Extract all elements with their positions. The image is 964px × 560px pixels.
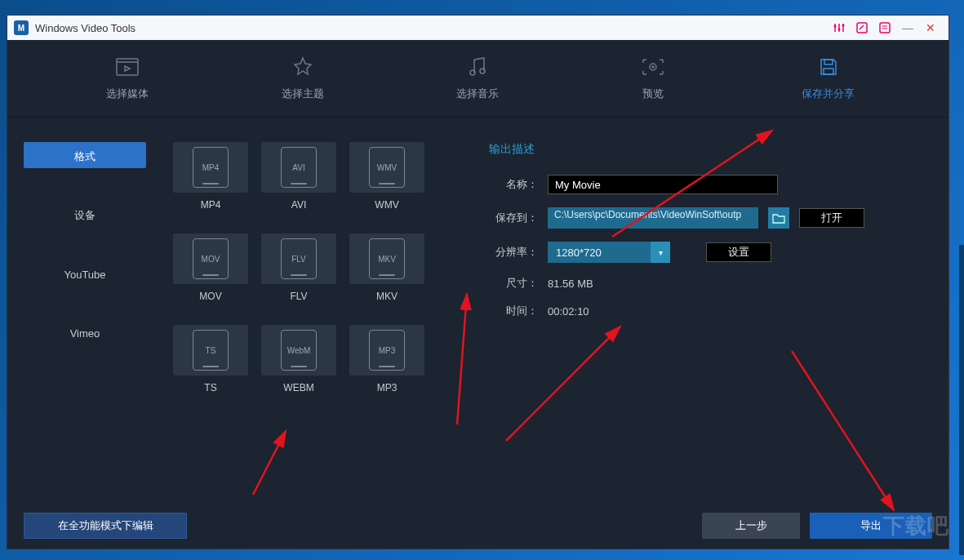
output-panel: 输出描述 名称： 保存到： C:\Users\pc\Documents\Vide… bbox=[473, 142, 932, 495]
sidebar-format[interactable]: 格式 bbox=[24, 142, 146, 168]
step-preview[interactable]: 预览 bbox=[604, 56, 702, 101]
sidebar-device[interactable]: 设备 bbox=[24, 201, 146, 227]
close-button[interactable]: ✕ bbox=[919, 18, 942, 38]
chevron-down-icon: ▾ bbox=[651, 242, 670, 263]
size-value: 81.56 MB bbox=[548, 278, 593, 290]
app-window: M Windows Video Tools — ✕ 选择媒体 选择主题 选择音乐 bbox=[7, 15, 949, 549]
sidebar-youtube[interactable]: YouTube bbox=[24, 260, 146, 286]
titlebar: M Windows Video Tools — ✕ bbox=[7, 16, 948, 40]
folder-icon[interactable] bbox=[768, 207, 789, 229]
saveto-label: 保存到： bbox=[489, 211, 538, 225]
step-save[interactable]: 保存并分享 bbox=[780, 56, 877, 101]
format-wmv[interactable]: WMVWMV bbox=[347, 142, 427, 211]
settings-button[interactable]: 设置 bbox=[706, 242, 771, 262]
theme-icon bbox=[291, 56, 314, 78]
format-flv[interactable]: FLVFLV bbox=[259, 233, 339, 302]
step-music[interactable]: 选择音乐 bbox=[429, 56, 526, 101]
svg-rect-4 bbox=[880, 23, 890, 33]
minimize-button[interactable]: — bbox=[896, 18, 919, 38]
step-theme[interactable]: 选择主题 bbox=[254, 56, 352, 101]
resolution-label: 分辨率： bbox=[489, 245, 538, 260]
step-media[interactable]: 选择媒体 bbox=[78, 56, 176, 101]
prev-step-button[interactable]: 上一步 bbox=[702, 513, 800, 539]
svg-point-10 bbox=[650, 64, 656, 70]
format-mp3[interactable]: MP3MP3 bbox=[347, 325, 427, 393]
name-input[interactable] bbox=[548, 175, 778, 194]
step-nav: 选择媒体 选择主题 选择音乐 预览 保存并分享 bbox=[7, 40, 948, 118]
svg-point-1 bbox=[838, 29, 841, 31]
name-label: 名称： bbox=[489, 177, 538, 192]
media-icon bbox=[116, 56, 139, 78]
desktop-edge bbox=[959, 245, 964, 555]
menu-icon[interactable] bbox=[873, 18, 896, 38]
format-mp4[interactable]: MP4MP4 bbox=[171, 142, 251, 211]
sidebar-vimeo[interactable]: Vimeo bbox=[24, 318, 146, 344]
svg-point-2 bbox=[842, 24, 845, 27]
time-value: 00:02:10 bbox=[548, 305, 589, 318]
edit-fullmode-button[interactable]: 在全功能模式下编辑 bbox=[24, 513, 187, 539]
edit-icon[interactable] bbox=[851, 18, 873, 38]
app-logo-icon: M bbox=[14, 20, 29, 35]
app-title: Windows Video Tools bbox=[35, 22, 135, 34]
saveto-path[interactable]: C:\Users\pc\Documents\VideoWinSoft\outp bbox=[548, 207, 758, 229]
open-button[interactable]: 打开 bbox=[799, 208, 864, 228]
format-ts[interactable]: TSTS bbox=[171, 325, 251, 393]
sidebar: 格式 设备 YouTube Vimeo bbox=[24, 142, 146, 495]
svg-rect-12 bbox=[824, 60, 833, 64]
preview-icon bbox=[642, 56, 664, 78]
body: 格式 设备 YouTube Vimeo MP4MP4 AVIAVI WMVWMV… bbox=[7, 118, 948, 503]
export-button[interactable]: 导出 bbox=[810, 513, 932, 539]
svg-rect-13 bbox=[824, 69, 833, 74]
output-heading: 输出描述 bbox=[489, 142, 916, 157]
resolution-select[interactable]: 1280*720 ▾ bbox=[548, 242, 670, 263]
music-icon bbox=[466, 56, 489, 78]
format-grid: MP4MP4 AVIAVI WMVWMV MOVMOV FLVFLV MKVMK… bbox=[171, 142, 448, 495]
format-webm[interactable]: WebMWEBM bbox=[259, 325, 339, 393]
svg-point-0 bbox=[834, 25, 837, 28]
settings-icon[interactable] bbox=[828, 18, 851, 38]
footer: 在全功能模式下编辑 上一步 导出 bbox=[7, 503, 948, 549]
format-avi[interactable]: AVIAVI bbox=[259, 142, 339, 211]
svg-point-11 bbox=[652, 66, 654, 68]
size-label: 尺寸： bbox=[489, 276, 538, 291]
time-label: 时间： bbox=[489, 304, 538, 318]
format-mkv[interactable]: MKVMKV bbox=[347, 233, 427, 302]
format-mov[interactable]: MOVMOV bbox=[171, 233, 251, 302]
save-icon bbox=[817, 56, 840, 78]
